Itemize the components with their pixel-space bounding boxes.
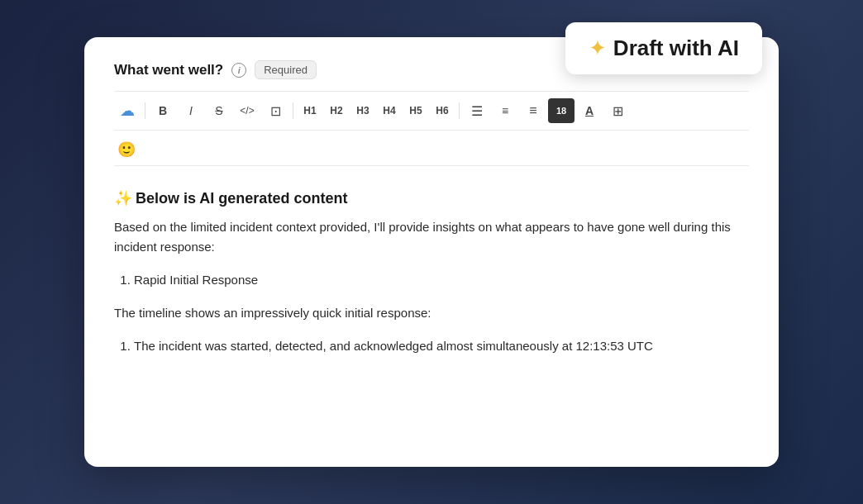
toolbar-separator-3 [459,102,460,119]
list-item: Rapid Initial Response [134,270,749,290]
h3-button[interactable]: H3 [350,98,375,123]
ai-heading-text: Below is AI generated content [136,190,347,207]
emoji-toolbar-row: 🙂 [114,131,749,166]
field-title: What went well? [114,62,223,78]
align-button[interactable]: ≡ [520,98,546,123]
draft-ai-pill[interactable]: ✦ Draft with AI [565,22,762,74]
font-size-button[interactable]: 18 [548,98,575,123]
italic-button[interactable]: I [178,98,204,123]
ai-list-2: The incident was started, detected, and … [134,336,749,356]
number-list-button[interactable]: ≡ [492,98,518,123]
main-card: ✦ Draft with AI What went well? i Requir… [84,37,779,467]
h4-button[interactable]: H4 [377,98,402,123]
cloud-button[interactable]: ☁ [114,98,141,123]
bullet-list-button[interactable]: ☰ [464,98,490,123]
list-item: The incident was started, detected, and … [134,336,749,356]
emoji-button[interactable]: 🙂 [114,137,139,162]
insert-image-button[interactable]: ⊞ [604,98,631,123]
h2-button[interactable]: H2 [324,98,349,123]
editor-toolbar: ☁ B I S </> ⊡ H1 H2 H3 H4 H5 H6 ☰ ≡ ≡ 18… [114,91,749,131]
bold-button[interactable]: B [150,98,176,123]
editor-content[interactable]: ✨ Below is AI generated content Based on… [114,183,749,376]
text-style-button[interactable]: A [576,98,603,123]
required-badge: Required [255,60,317,79]
ai-paragraph-1: Based on the limited incident context pr… [114,217,749,257]
image-button[interactable]: ⊡ [262,98,288,123]
ai-list-1: Rapid Initial Response [134,270,749,290]
h1-button[interactable]: H1 [298,98,322,123]
ai-generated-heading: ✨ Below is AI generated content [114,189,749,207]
ai-paragraph-2: The timeline shows an impressively quick… [114,303,749,323]
h6-button[interactable]: H6 [430,98,455,123]
toolbar-separator-2 [293,102,293,119]
sparkle-icon: ✦ [589,36,607,61]
info-icon[interactable]: i [231,63,246,78]
h5-button[interactable]: H5 [403,98,428,123]
strikethrough-button[interactable]: S [206,98,232,123]
toolbar-separator-1 [145,102,145,119]
code-inline-button[interactable]: </> [234,98,260,123]
draft-ai-label: Draft with AI [613,36,739,61]
ai-heading-sparkle: ✨ [114,189,132,207]
